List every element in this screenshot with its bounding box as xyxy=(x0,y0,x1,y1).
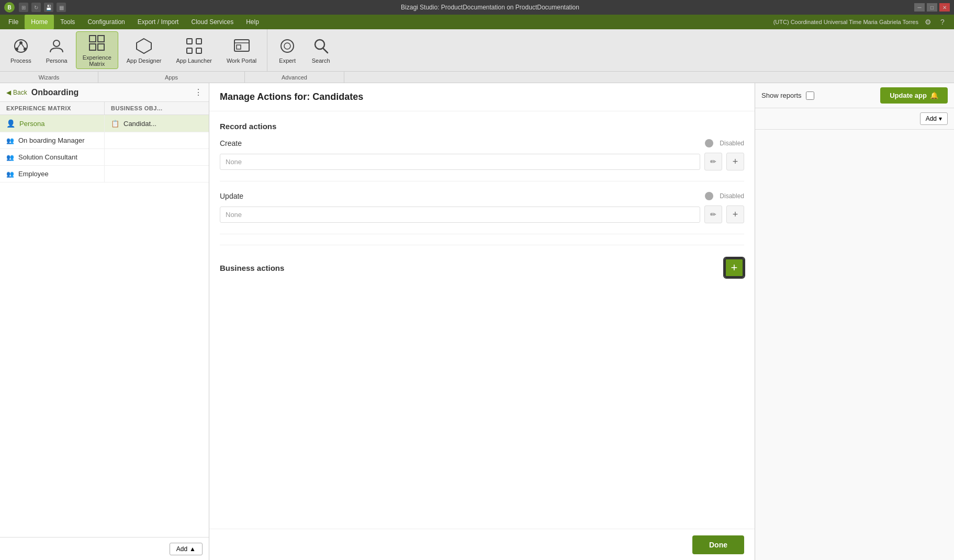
persona-icon xyxy=(47,37,66,55)
panel-footer: Add ▲ xyxy=(0,537,209,560)
close-button[interactable]: ✕ xyxy=(939,3,950,12)
create-label-row: Create Disabled xyxy=(220,139,744,147)
create-action-name: Create xyxy=(220,139,242,147)
experience-matrix-icon xyxy=(87,33,106,52)
main-panel: Manage Actions for: Candidates Record ac… xyxy=(209,83,755,560)
toolbar-app-designer-button[interactable]: App Designer xyxy=(120,31,168,69)
app-logo: B xyxy=(4,2,15,13)
business-actions-section: Business actions + xyxy=(220,258,744,278)
title-bar: B ⊞ ↻ 💾 ▦ Bizagi Studio: ProductDocument… xyxy=(0,0,954,15)
experience-matrix-col-header: EXPERIENCE MATRIX xyxy=(0,102,105,115)
persona-row-icon: 👥 xyxy=(6,154,14,161)
toolbar-persona-button[interactable]: Persona xyxy=(40,31,74,69)
add-persona-button[interactable]: Add ▲ xyxy=(170,543,203,555)
create-edit-button[interactable]: ✏ xyxy=(704,153,722,170)
business-actions-header: Business actions + xyxy=(220,258,744,278)
toolbar-search-button[interactable]: Search xyxy=(305,31,336,69)
right-panel-header: Show reports Update app 🔔 xyxy=(755,83,954,108)
svg-marker-11 xyxy=(137,39,151,53)
svg-line-4 xyxy=(17,43,21,49)
create-input-row: ✏ + xyxy=(220,153,744,170)
update-toggle[interactable] xyxy=(705,192,713,200)
table-row[interactable]: 👥 Solution Consultant xyxy=(0,149,209,166)
persona-row-icon: 👤 xyxy=(6,119,15,128)
create-input[interactable] xyxy=(220,154,700,170)
update-edit-button[interactable]: ✏ xyxy=(704,205,722,223)
add-dropdown-button[interactable]: Add ▾ xyxy=(920,112,948,125)
main-panel-content: Record actions Create Disabled ✏ + xyxy=(209,111,755,529)
notification-icon: 🔔 xyxy=(930,92,938,99)
svg-point-20 xyxy=(284,43,290,49)
grid-icon[interactable]: ⊞ xyxy=(19,3,28,12)
toolbar-process-button[interactable]: Process xyxy=(4,31,38,69)
update-action-name: Update xyxy=(220,192,243,200)
svg-rect-12 xyxy=(187,39,192,44)
toolbar-experience-matrix-button[interactable]: ExperienceMatrix xyxy=(76,31,118,69)
persona-row-icon: 👥 xyxy=(6,137,14,144)
business-actions-title: Business actions xyxy=(220,264,284,272)
table-row[interactable]: 👥 Employee xyxy=(0,166,209,182)
menu-home[interactable]: Home xyxy=(25,15,54,29)
apps-label: Apps xyxy=(98,72,245,83)
save-icon[interactable]: 💾 xyxy=(44,3,53,12)
create-toggle[interactable] xyxy=(705,139,713,147)
toolbar-section-labels: Wizards Apps Advanced xyxy=(0,71,954,83)
menu-cloud-services[interactable]: Cloud Services xyxy=(185,15,240,29)
menu-configuration[interactable]: Configuration xyxy=(81,15,131,29)
toolbar-row: Process Persona xyxy=(0,29,954,71)
advanced-label: Advanced xyxy=(245,72,344,83)
menu-help[interactable]: Help xyxy=(240,15,265,29)
toolbar-work-portal-button[interactable]: Work Portal xyxy=(220,31,263,69)
chevron-up-icon: ▲ xyxy=(189,545,196,553)
onboarding-manager-business-cell xyxy=(105,132,209,148)
app-designer-icon xyxy=(134,37,153,55)
menu-tools[interactable]: Tools xyxy=(54,15,81,29)
menu-file[interactable]: File xyxy=(2,15,25,29)
refresh-icon[interactable]: ↻ xyxy=(31,3,41,12)
more-options-button[interactable]: ⋮ xyxy=(194,87,203,97)
employee-business-cell xyxy=(105,166,209,182)
menu-export-import[interactable]: Export / Import xyxy=(131,15,185,29)
table-row[interactable]: 👤 Persona 📋 Candidat... xyxy=(0,115,209,132)
update-add-button[interactable]: + xyxy=(726,205,744,223)
maximize-button[interactable]: □ xyxy=(927,3,937,12)
back-button[interactable]: ◀ Back xyxy=(6,89,27,96)
business-actions-add-button[interactable]: + xyxy=(724,258,744,278)
update-app-button[interactable]: Update app 🔔 xyxy=(880,87,948,104)
settings-icon[interactable]: ⚙ xyxy=(923,17,933,27)
update-input[interactable] xyxy=(220,207,700,223)
menu-bar-right: (UTC) Coordinated Universal Time Maria G… xyxy=(773,15,952,29)
record-actions-title: Record actions xyxy=(220,122,744,131)
work-portal-icon xyxy=(232,37,251,55)
create-action-row: Create Disabled ✏ + xyxy=(220,139,744,181)
main-panel-header: Manage Actions for: Candidates xyxy=(209,83,755,111)
chevron-down-icon: ▾ xyxy=(939,115,942,122)
done-button[interactable]: Done xyxy=(692,535,744,554)
update-action-row: Update Disabled ✏ + xyxy=(220,192,744,234)
left-panel: ◀ Back Onboarding ⋮ EXPERIENCE MATRIX BU… xyxy=(0,83,209,560)
toolbar-advanced-group: Expert Search xyxy=(267,29,341,71)
toolbar: Process Persona xyxy=(0,29,954,83)
candidates-cell: 📋 Candidat... xyxy=(105,115,209,132)
svg-rect-9 xyxy=(89,44,96,50)
app-launcher-icon xyxy=(185,37,204,55)
right-panel-toolbar: Add ▾ xyxy=(755,108,954,130)
svg-rect-15 xyxy=(196,48,201,53)
back-chevron-icon: ◀ xyxy=(6,89,11,96)
solution-consultant-cell: 👥 Solution Consultant xyxy=(0,149,105,165)
main-panel-footer: Done xyxy=(209,529,755,560)
toolbar-app-launcher-button[interactable]: App Launcher xyxy=(170,31,218,69)
help-icon[interactable]: ? xyxy=(937,17,948,27)
show-reports-checkbox[interactable] xyxy=(806,92,814,100)
update-label-row: Update Disabled xyxy=(220,192,744,200)
briefcase-icon: 📋 xyxy=(111,120,119,128)
create-add-button[interactable]: + xyxy=(726,153,744,170)
column-headers: EXPERIENCE MATRIX BUSINESS OBJ... xyxy=(0,102,209,115)
svg-point-19 xyxy=(281,40,294,52)
menu-bar: File Home Tools Configuration Export / I… xyxy=(0,15,954,29)
toolbar-expert-button[interactable]: Expert xyxy=(272,31,303,69)
minimize-button[interactable]: ─ xyxy=(914,3,925,12)
layout-icon[interactable]: ▦ xyxy=(57,3,66,12)
svg-rect-18 xyxy=(237,45,241,49)
table-row[interactable]: 👥 On boarding Manager xyxy=(0,132,209,149)
